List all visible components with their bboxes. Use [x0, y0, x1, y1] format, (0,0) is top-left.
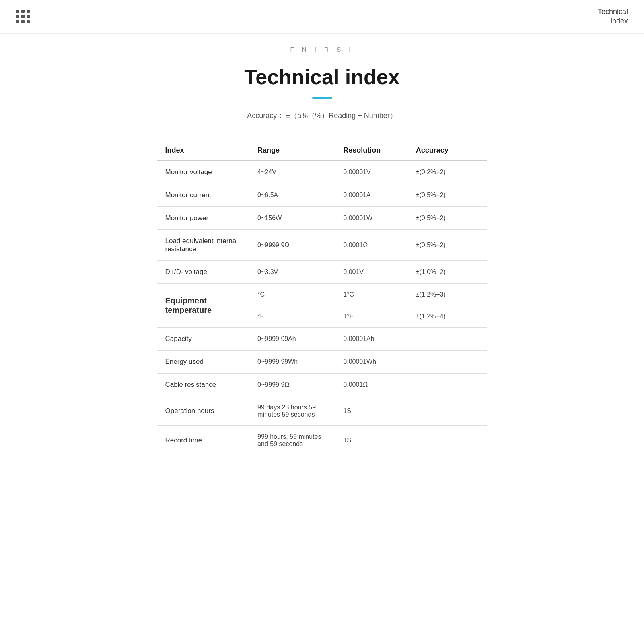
cell-resolution: 1°F — [335, 305, 407, 328]
top-navigation: Technical index — [0, 0, 644, 34]
cell-accuracy — [408, 350, 487, 373]
cell-resolution: 0.00001A — [335, 184, 407, 206]
cell-range: 999 hours, 59 minutes and 59 seconds — [249, 425, 335, 455]
cell-resolution: 0.00001V — [335, 161, 407, 184]
table-row: Energy used 0~9999.99Wh 0.00001Wh — [157, 350, 487, 373]
cell-accuracy: ±(0.2%+2) — [408, 161, 487, 184]
main-content: Technical index Accuracy： ±（a%（%）Reading… — [141, 57, 503, 479]
brand-name: F N I R S I — [0, 34, 644, 57]
cell-resolution: 0.00001Wh — [335, 350, 407, 373]
cell-accuracy: ±(1.0%+2) — [408, 260, 487, 283]
cell-accuracy — [408, 327, 487, 350]
cell-resolution: 0.0001Ω — [335, 373, 407, 396]
table-row: Monitor voltage 4~24V 0.00001V ±(0.2%+2) — [157, 161, 487, 184]
cell-range: °C — [249, 283, 335, 305]
cell-range: 0~156W — [249, 206, 335, 229]
cell-resolution: 0.0001Ω — [335, 229, 407, 260]
cell-range: 0~3.3V — [249, 260, 335, 283]
technical-index-table: Index Range Resolution Accuracy Monitor … — [157, 140, 487, 455]
cell-accuracy: ±(0.5%+2) — [408, 206, 487, 229]
cell-range: 4~24V — [249, 161, 335, 184]
cell-range: °F — [249, 305, 335, 328]
table-row: Monitor current 0~6.5A 0.00001A ±(0.5%+2… — [157, 184, 487, 206]
cell-index: Monitor power — [157, 206, 250, 229]
menu-icon[interactable] — [16, 10, 30, 23]
cell-accuracy — [408, 425, 487, 455]
cell-index: Monitor current — [157, 184, 250, 206]
cell-resolution: 0.00001W — [335, 206, 407, 229]
cell-index: Energy used — [157, 350, 250, 373]
cell-accuracy: ±(1.2%+4) — [408, 305, 487, 328]
cell-index: Cable resistance — [157, 373, 250, 396]
cell-accuracy — [408, 396, 487, 425]
table-row: Record time 999 hours, 59 minutes and 59… — [157, 425, 487, 455]
table-row: Monitor power 0~156W 0.00001W ±(0.5%+2) — [157, 206, 487, 229]
header-accuracy: Accuracy — [408, 140, 487, 161]
page-title: Technical index — [157, 65, 487, 89]
table-row: Capacity 0~9999.99Ah 0.00001Ah — [157, 327, 487, 350]
cell-index: Operation hours — [157, 396, 250, 425]
cell-range: 0~6.5A — [249, 184, 335, 206]
table-header-row: Index Range Resolution Accuracy — [157, 140, 487, 161]
cell-range: 0~9999.9Ω — [249, 373, 335, 396]
cell-range: 0~9999.9Ω — [249, 229, 335, 260]
table-row: Equipment temperature °C 1°C ±(1.2%+3) — [157, 283, 487, 305]
cell-accuracy: ±(1.2%+3) — [408, 283, 487, 305]
table-row: Cable resistance 0~9999.9Ω 0.0001Ω — [157, 373, 487, 396]
cell-resolution: 1S — [335, 425, 407, 455]
cell-range: 0~9999.99Wh — [249, 350, 335, 373]
table-row: D+/D- voltage 0~3.3V 0.001V ±(1.0%+2) — [157, 260, 487, 283]
header-index: Index — [157, 140, 250, 161]
cell-resolution: 1S — [335, 396, 407, 425]
table-row: Operation hours 99 days 23 hours 59 minu… — [157, 396, 487, 425]
cell-accuracy: ±(0.5%+2) — [408, 184, 487, 206]
cell-index: D+/D- voltage — [157, 260, 250, 283]
header-resolution: Resolution — [335, 140, 407, 161]
cell-index: Equipment temperature — [157, 283, 250, 327]
cell-resolution: 0.001V — [335, 260, 407, 283]
table-row: Load equivalent internal resistance 0~99… — [157, 229, 487, 260]
cell-range: 99 days 23 hours 59 minutes 59 seconds — [249, 396, 335, 425]
cell-resolution: 1°C — [335, 283, 407, 305]
cell-index: Monitor voltage — [157, 161, 250, 184]
nav-title: Technical index — [598, 7, 628, 26]
header-range: Range — [249, 140, 335, 161]
cell-resolution: 0.00001Ah — [335, 327, 407, 350]
cell-accuracy: ±(0.5%+2) — [408, 229, 487, 260]
cell-index: Capacity — [157, 327, 250, 350]
cell-index: Load equivalent internal resistance — [157, 229, 250, 260]
cell-range: 0~9999.99Ah — [249, 327, 335, 350]
cell-accuracy — [408, 373, 487, 396]
accuracy-description: Accuracy： ±（a%（%）Reading + Number） — [157, 111, 487, 120]
cell-index: Record time — [157, 425, 250, 455]
title-underline — [312, 97, 332, 99]
